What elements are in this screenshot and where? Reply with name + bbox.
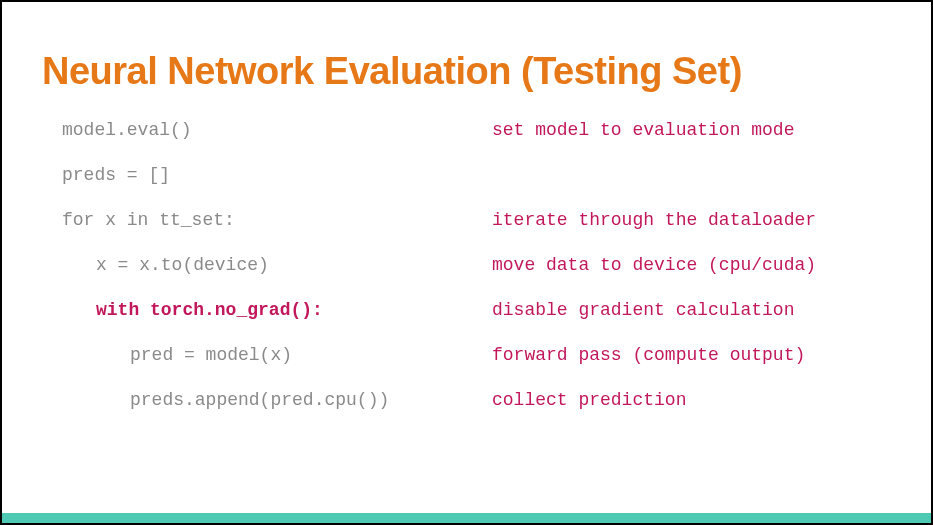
- code-row: for x in tt_set: iterate through the dat…: [62, 207, 891, 234]
- code-cell: model.eval(): [62, 117, 492, 144]
- code-cell: for x in tt_set:: [62, 207, 492, 234]
- code-cell: x = x.to(device): [62, 252, 492, 279]
- code-row: with torch.no_grad(): disable gradient c…: [62, 297, 891, 324]
- code-cell: preds.append(pred.cpu()): [62, 387, 492, 414]
- code-row: preds = []: [62, 162, 891, 189]
- footer-accent-bar: [2, 513, 931, 523]
- slide-content: model.eval() set model to evaluation mod…: [2, 117, 931, 414]
- code-row: preds.append(pred.cpu()) collect predict…: [62, 387, 891, 414]
- comment-cell: disable gradient calculation: [492, 297, 794, 324]
- code-row: x = x.to(device) move data to device (cp…: [62, 252, 891, 279]
- comment-cell: collect prediction: [492, 387, 686, 414]
- comment-cell: forward pass (compute output): [492, 342, 805, 369]
- code-cell: preds = []: [62, 162, 492, 189]
- code-cell: with torch.no_grad():: [62, 297, 492, 324]
- comment-cell: iterate through the dataloader: [492, 207, 816, 234]
- code-row: pred = model(x) forward pass (compute ou…: [62, 342, 891, 369]
- comment-cell: set model to evaluation mode: [492, 117, 794, 144]
- slide-title: Neural Network Evaluation (Testing Set): [2, 2, 931, 117]
- code-row: model.eval() set model to evaluation mod…: [62, 117, 891, 144]
- comment-cell: move data to device (cpu/cuda): [492, 252, 816, 279]
- code-cell: pred = model(x): [62, 342, 492, 369]
